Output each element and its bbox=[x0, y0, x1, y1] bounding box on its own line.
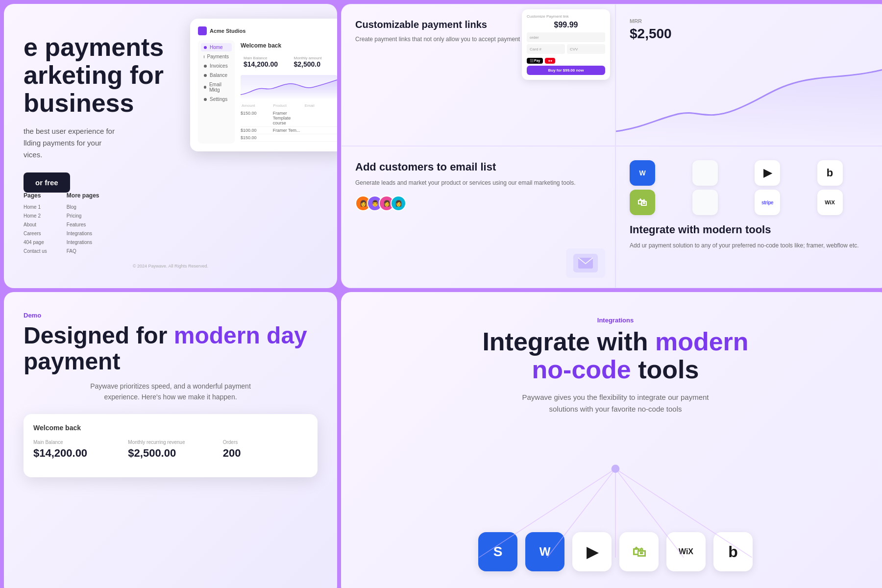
dash-nav-email[interactable]: Email Mktg bbox=[201, 80, 232, 94]
framer-logo: ▶ bbox=[755, 160, 780, 186]
nav-careers[interactable]: Careers bbox=[24, 229, 47, 238]
nav-about[interactable]: About bbox=[24, 220, 47, 229]
monthly-stat: Monthly amount $2,500.0 bbox=[291, 53, 338, 71]
dash-chart bbox=[241, 75, 337, 99]
svg-line-1 bbox=[479, 469, 615, 558]
more-pages-column: More pages Blog Pricing Features Integra… bbox=[67, 192, 99, 256]
svg-line-4 bbox=[615, 469, 684, 558]
nav-contact[interactable]: Contact us bbox=[24, 247, 47, 256]
demo-balance-value: $14,200.00 bbox=[33, 447, 118, 460]
stripe-logo: stripe bbox=[755, 190, 780, 215]
integrations-section-label: Integrations bbox=[597, 317, 634, 324]
monthly-value: $2,500.0 bbox=[294, 60, 335, 68]
dash-nav-balance[interactable]: Balance bbox=[201, 71, 232, 79]
dash-company: Acme Studios bbox=[210, 28, 245, 34]
integrate-desc: Add ur payment solution to any of your p… bbox=[630, 241, 876, 250]
demo-balance-label: Main Balance bbox=[33, 440, 118, 445]
payment-field-order: order bbox=[527, 32, 605, 42]
nav-features[interactable]: Features bbox=[67, 220, 99, 229]
dash-header: Acme Studios bbox=[198, 26, 337, 35]
connection-lines bbox=[366, 435, 865, 571]
email-list-title: Add customers to email list bbox=[355, 160, 601, 174]
demo-monthly-stat: Monthly recurring revenue $2,500.00 bbox=[128, 440, 213, 460]
apple-pay-icon: ⬛Pay bbox=[527, 58, 543, 64]
payment-price: $99.99 bbox=[527, 21, 605, 29]
hero-subtitle: the best user experience forllding payme… bbox=[24, 125, 161, 161]
dash-nav-invoices[interactable]: Invoices bbox=[201, 62, 232, 70]
card-number-field[interactable]: Card # bbox=[527, 44, 565, 54]
more-pages-list: Blog Pricing Features Integrations Integ… bbox=[67, 203, 99, 256]
nav-pricing[interactable]: Pricing bbox=[67, 212, 99, 220]
dash-main: Welcome back Main Balance $14,200.00 Mon… bbox=[239, 40, 337, 144]
avatar-4: 👩 bbox=[391, 196, 406, 211]
shopify-logo: 🛍 bbox=[630, 190, 655, 215]
more-pages-title: More pages bbox=[67, 192, 99, 199]
footer-nav: Pages Home 1 Home 2 About Careers 404 pa… bbox=[24, 192, 318, 269]
balance-value: $14,200.00 bbox=[244, 60, 284, 68]
dash-stats: Main Balance $14,200.00 Monthly amount $… bbox=[241, 53, 337, 71]
mrr-panel: MRR $2,500 bbox=[615, 4, 882, 146]
dashboard-mockup: Acme Studios Home Payments Invoices Bala… bbox=[190, 19, 337, 151]
demo-orders-label: Orders bbox=[223, 440, 308, 445]
dash-layout: Home Payments Invoices Balance Email Mkt… bbox=[198, 40, 337, 144]
empty-logo-1 bbox=[692, 160, 718, 186]
orders-header: Amount Product Email bbox=[241, 103, 337, 108]
demo-dashboard: Welcome back Main Balance $14,200.00 Mon… bbox=[24, 414, 318, 477]
dash-nav-settings[interactable]: Settings bbox=[201, 95, 232, 103]
dash-nav-payments[interactable]: Payments bbox=[201, 52, 232, 61]
nav-faq[interactable]: FAQ bbox=[67, 247, 99, 256]
nav-integrations2[interactable]: Integrations bbox=[67, 238, 99, 247]
demo-orders-stat: Orders 200 bbox=[223, 440, 308, 460]
empty-logo-2 bbox=[692, 190, 718, 215]
demo-title: Designed for modern day payment bbox=[24, 323, 318, 375]
payment-card-fields: Card # CVV bbox=[527, 44, 605, 56]
customize-label: Customize Payment link bbox=[527, 14, 605, 19]
panel-top-left: e paymentsarketing forbusiness the best … bbox=[4, 4, 337, 288]
cta-button[interactable]: or free bbox=[24, 172, 70, 193]
nav-home1[interactable]: Home 1 bbox=[24, 203, 47, 212]
demo-monthly-value: $2,500.00 bbox=[128, 447, 213, 460]
integrate-title: Integrate with modern tools bbox=[630, 223, 876, 237]
pages-list: Home 1 Home 2 About Careers 404 page Con… bbox=[24, 203, 47, 256]
buy-button[interactable]: Buy for $99.00 now bbox=[527, 66, 605, 75]
email-mockup bbox=[566, 248, 605, 278]
email-envelope bbox=[573, 254, 598, 272]
balance-label: Main Balance bbox=[244, 56, 284, 60]
nav-blog[interactable]: Blog bbox=[67, 203, 99, 212]
balance-stat: Main Balance $14,200.00 bbox=[241, 53, 287, 71]
email-list-desc: Generate leads and market your product o… bbox=[355, 178, 601, 188]
mrr-label: MRR bbox=[630, 18, 876, 24]
panel-top-right: Customizable payment links Create paymen… bbox=[341, 4, 882, 288]
payment-preview-card: Customize Payment link $99.99 order Card… bbox=[522, 9, 610, 80]
demo-stats: Main Balance $14,200.00 Monthly recurrin… bbox=[33, 440, 308, 460]
demo-subtitle: Paywave prioritizes speed, and a wonderf… bbox=[87, 381, 254, 403]
dash-nav-home[interactable]: Home bbox=[201, 43, 232, 51]
integrations-subtitle: Paywave gives you the flexibility to int… bbox=[517, 392, 713, 415]
tool-logos: W ▶ b 🛍 stripe WiX bbox=[630, 160, 876, 215]
pages-column: Pages Home 1 Home 2 About Careers 404 pa… bbox=[24, 192, 47, 256]
cvv-field[interactable]: CVV bbox=[567, 44, 605, 54]
copyright: © 2024 Paywave. All Rights Reserved. bbox=[24, 264, 318, 269]
monthly-label: Monthly amount bbox=[294, 56, 335, 60]
payment-methods: ⬛Pay ●● bbox=[527, 58, 605, 64]
integrations-nocode: no-code bbox=[532, 355, 631, 384]
panel-bottom-left: Demo Designed for modern day payment Pay… bbox=[4, 292, 337, 588]
svg-point-6 bbox=[612, 465, 620, 473]
svg-line-5 bbox=[615, 469, 752, 558]
order-row-1: $150.00Framer Template course bbox=[241, 110, 337, 127]
integrations-modern: modern bbox=[655, 327, 749, 356]
webflow-logo: W bbox=[630, 160, 655, 186]
nav-integrations1[interactable]: Integrations bbox=[67, 229, 99, 238]
demo-orders-value: 200 bbox=[223, 447, 308, 460]
customer-avatars: 👩 👨 👩 👩 bbox=[355, 196, 601, 211]
nav-home2[interactable]: Home 2 bbox=[24, 212, 47, 220]
bubble-logo: b bbox=[817, 160, 843, 186]
pages-title: Pages bbox=[24, 192, 47, 199]
integration-diagram: S W ▶ 🛍 WiX b bbox=[366, 435, 865, 571]
integrate-panel: W ▶ b 🛍 stripe WiX Integrate with modern… bbox=[615, 146, 882, 288]
nav-404[interactable]: 404 page bbox=[24, 238, 47, 247]
order-row-2: $100.00Framer Tem... bbox=[241, 127, 337, 134]
order-row-3: $150.00 bbox=[241, 134, 337, 142]
dash-logo-icon bbox=[198, 26, 207, 35]
demo-welcome: Welcome back bbox=[33, 424, 308, 432]
